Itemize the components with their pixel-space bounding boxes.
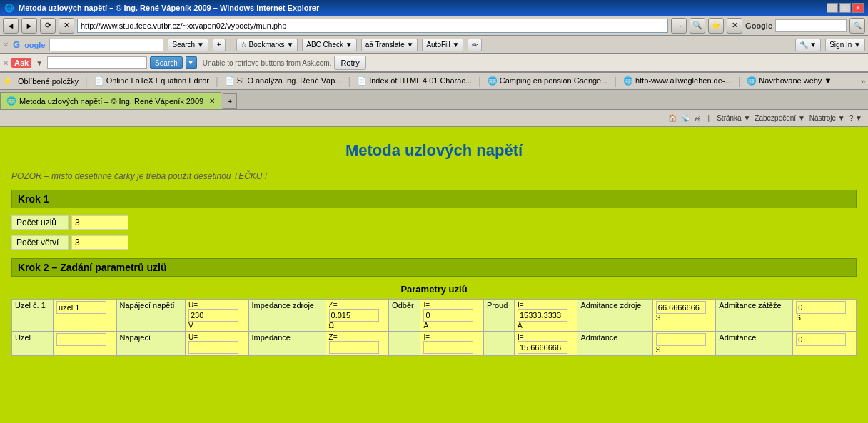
google-toolbar-input[interactable] <box>49 39 163 51</box>
i2-proud-input[interactable] <box>518 341 567 354</box>
pocet-uzlu-input[interactable] <box>71 215 128 230</box>
u-eq-label: U= <box>188 301 246 309</box>
proud2-label <box>483 332 514 356</box>
google-search-go[interactable]: 🔍 <box>849 18 865 34</box>
impedance2-label: Impedance <box>248 332 326 356</box>
google-search-button[interactable]: Search ▼ <box>168 39 208 51</box>
google-close-icon[interactable]: ✕ <box>3 41 9 49</box>
ask-toolbar: ✕ Ask ▼ Search ▼ Unable to retrieve butt… <box>0 54 868 73</box>
wrench-button[interactable]: 🔧 ▼ <box>795 39 822 51</box>
ask-dropdown-button[interactable]: ▼ <box>186 56 197 69</box>
sign-in-button[interactable]: Sign In ▼ <box>825 39 865 51</box>
autofill-button[interactable]: AutoFill ▼ <box>422 39 463 51</box>
nastroje-menu[interactable]: Nástroje ▼ <box>809 114 845 122</box>
google-toolbar: ✕ G oogle Search ▼ + | ☆ Bookmarks ▼ ABC… <box>0 36 868 54</box>
delete-icon[interactable]: ✕ <box>727 18 742 34</box>
google-search-input[interactable] <box>775 19 847 32</box>
adm-zat-cell: S <box>793 300 857 332</box>
check-button[interactable]: ABC Check ▼ <box>302 39 356 51</box>
bookmark-navrhweby[interactable]: 🌐 Navrhované weby ▼ <box>745 76 834 86</box>
adm-zdr-cell: S <box>652 300 716 332</box>
pencil-button[interactable]: ✏ <box>468 39 482 51</box>
maximize-button[interactable]: □ <box>839 3 851 13</box>
bookmark-camping[interactable]: 🌐 Camping en pension Gsenge... <box>485 76 610 86</box>
window-controls[interactable]: _ □ ✕ <box>827 3 864 13</box>
params-table: Uzel č. 1 Napájecí napětí U= V Impedance… <box>11 299 857 356</box>
odber2-label <box>389 332 420 356</box>
back-button[interactable]: ◄ <box>3 18 19 34</box>
rss-icon[interactable]: 📡 <box>681 114 690 122</box>
go-button[interactable]: → <box>671 18 687 34</box>
window-title: Metoda uzlových napětí – © Ing. René Váp… <box>19 4 319 12</box>
bookmark-allweg[interactable]: 🌐 http-www.allweglehen.de-... <box>621 76 734 86</box>
minimize-button[interactable]: _ <box>827 3 838 13</box>
i-proud-input[interactable] <box>518 309 567 322</box>
zabezpeceni-menu[interactable]: Zabezpečení ▼ <box>755 114 805 122</box>
adm2-zat-cell <box>793 332 857 356</box>
table-row: Uzel č. 1 Napájecí napětí U= V Impedance… <box>12 300 857 332</box>
stop-button[interactable]: ✕ <box>59 18 74 34</box>
params-title: Parametry uzlů <box>11 284 857 295</box>
uzel2-name-input[interactable] <box>56 333 106 346</box>
ask-close-icon[interactable]: ✕ <box>3 59 9 67</box>
page-title: Metoda uzlových napětí <box>11 141 857 160</box>
adm2-zdr-input[interactable] <box>656 333 706 346</box>
uzel-name-input[interactable] <box>56 301 106 314</box>
translate-button[interactable]: aä Translate ▼ <box>361 39 418 51</box>
url-input[interactable] <box>77 19 668 33</box>
ask-dropdown-arrow[interactable]: ▼ <box>36 59 43 67</box>
search-icon[interactable]: 🔍 <box>690 18 705 34</box>
z-unit-label: Ω <box>329 322 386 330</box>
admitance2-label: Admitance <box>577 332 652 356</box>
impedance-label: Impedance zdroje <box>248 300 326 332</box>
pocet-uzlu-row: Počet uzlů <box>11 215 857 230</box>
google-plus-button[interactable]: + <box>213 39 226 51</box>
more-bookmarks[interactable]: » <box>861 77 865 86</box>
tab-close[interactable]: ✕ <box>209 97 215 105</box>
active-tab[interactable]: 🌐 Metoda uzlových napětí – © Ing. René V… <box>0 92 221 109</box>
z-input[interactable] <box>329 309 379 322</box>
admitance-zdroj-label: Admitance zdroje <box>577 300 652 332</box>
adm2-zat-input[interactable] <box>796 333 846 346</box>
i-odber-unit: A <box>423 322 480 330</box>
i2-odber-cell: I= <box>420 332 484 356</box>
adm-zdr-unit: S <box>656 314 713 322</box>
google-search-label: Google <box>745 21 772 30</box>
pocet-uzlu-label: Počet uzlů <box>11 215 69 230</box>
pocet-vetvi-input[interactable] <box>71 235 128 250</box>
new-tab-button[interactable]: + <box>223 93 237 109</box>
i-odber-input[interactable] <box>423 309 473 322</box>
help-menu[interactable]: ? ▼ <box>849 114 862 122</box>
admitance-zateze-label: Admitance zátěže <box>716 300 793 332</box>
u-unit-label: V <box>188 322 246 330</box>
uzel2-name-cell <box>54 332 117 356</box>
adm-zdr-input[interactable] <box>656 301 706 314</box>
strana-menu[interactable]: Stránka ▼ <box>717 114 750 122</box>
warning-text: POZOR – místo desetinné čárky je třeba p… <box>11 171 857 181</box>
u2-input[interactable] <box>188 341 238 354</box>
i2-odber-input[interactable] <box>423 341 473 354</box>
bookmark-latex[interactable]: 📄 Online LaTeX Equation Editor <box>92 76 211 86</box>
bookmark-seo[interactable]: 📄 SEO analýza Ing. René Váp... <box>223 76 344 86</box>
forward-button[interactable]: ► <box>21 18 37 34</box>
tab-bar: 🌐 Metoda uzlových napětí – © Ing. René V… <box>0 90 868 110</box>
i2-proud-cell: I= <box>514 332 577 356</box>
z2-input[interactable] <box>329 341 379 354</box>
window-icon: 🌐 <box>4 4 14 13</box>
home-icon[interactable]: 🏠 <box>668 114 677 122</box>
napajecí2-label: Napájecí <box>116 332 185 356</box>
close-button[interactable]: ✕ <box>852 3 864 13</box>
bookmarks-button[interactable]: ☆ Bookmarks ▼ <box>236 39 298 51</box>
favorites-icon[interactable]: ⭐ <box>708 18 724 34</box>
retry-button[interactable]: Retry <box>334 56 365 70</box>
print-icon[interactable]: 🖨 <box>694 114 701 122</box>
ask-search-button[interactable]: Search <box>150 56 183 69</box>
uzel-name-cell <box>54 300 117 332</box>
ask-search-input[interactable] <box>47 56 147 69</box>
adm-zat-unit: S <box>796 314 853 322</box>
bookmark-html[interactable]: 📄 Index of HTML 4.01 Charac... <box>355 76 474 86</box>
refresh-button[interactable]: ⟳ <box>40 18 56 34</box>
bookmark-oblibene[interactable]: Oblíbené položky <box>16 77 81 86</box>
adm-zat-input[interactable] <box>796 301 846 314</box>
u-input[interactable] <box>188 309 238 322</box>
